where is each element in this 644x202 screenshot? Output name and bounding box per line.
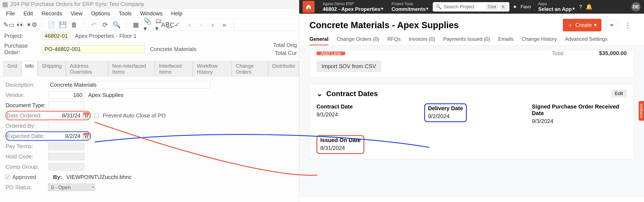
apps-line1: Apps bbox=[538, 2, 572, 6]
attachment-icon[interactable]: 📎▾ bbox=[144, 21, 151, 28]
by-label: By: bbox=[53, 174, 62, 180]
sov-card: Add Line Total: $35,000.00 Import SOV fr… bbox=[310, 50, 634, 77]
tab-address-overrides[interactable]: Address Overrides bbox=[66, 61, 108, 77]
tab-shipping[interactable]: Shipping bbox=[38, 61, 66, 77]
last-icon[interactable]: » bbox=[221, 21, 228, 28]
date-ordered-input[interactable]: 8/31/24 bbox=[46, 112, 82, 119]
email-button[interactable]: ✉ bbox=[606, 20, 618, 30]
tab-change-orders[interactable]: Change Orders (0) bbox=[336, 34, 379, 45]
menu-edit[interactable]: Edit bbox=[24, 10, 33, 17]
erp-selector[interactable]: Agave Demo ERP 46802 - Apex Properties ▾ bbox=[319, 0, 384, 14]
vendor-number-input[interactable]: 160 bbox=[48, 91, 84, 99]
edit-button[interactable]: Edit bbox=[611, 89, 627, 97]
more-menu-icon[interactable]: ⋮ bbox=[622, 21, 634, 29]
page-header: Concrete Materials - Apex Supplies ＋ Cre… bbox=[299, 14, 644, 34]
tab-workflow-history[interactable]: Workflow History bbox=[193, 61, 232, 77]
prevent-auto-close-checkbox[interactable] bbox=[94, 113, 99, 118]
binoculars-icon[interactable]: 👀 bbox=[16, 21, 24, 28]
search-box[interactable]: 🔍 Search Project Cmd K bbox=[433, 2, 510, 12]
undo-icon[interactable]: ↶ bbox=[90, 21, 97, 28]
bell-icon[interactable]: 🔔 bbox=[586, 4, 592, 10]
search-icon[interactable]: 🔍 bbox=[113, 21, 120, 28]
tab-distribution[interactable]: Distributio bbox=[268, 61, 299, 77]
record-tabstrip: General Change Orders (0) RFQs Invoices … bbox=[299, 34, 644, 45]
po-number-input[interactable]: PO-46802-001 bbox=[42, 45, 145, 53]
star-icon[interactable]: ★ bbox=[513, 4, 517, 10]
project-number-input[interactable]: 46802-01 bbox=[42, 32, 70, 40]
ordered-by-input[interactable] bbox=[48, 122, 84, 129]
trash-icon[interactable]: 🗑 bbox=[70, 21, 78, 28]
menu-windows[interactable]: Windows bbox=[140, 10, 162, 17]
calendar-icon[interactable]: 📅 bbox=[83, 112, 90, 119]
issued-date-label: Issued On Date bbox=[320, 137, 360, 144]
create-button[interactable]: ＋ Create ▾ bbox=[563, 19, 602, 31]
help-icon[interactable]: ? bbox=[579, 4, 582, 10]
tab-interfaced[interactable]: Interfaced Items bbox=[155, 61, 192, 77]
spellcheck-icon[interactable]: AB͟C✓ bbox=[167, 21, 174, 28]
approved-by-value: VIEWPOINT\JZucchi.bhnc bbox=[66, 174, 132, 180]
comp-group-input[interactable] bbox=[48, 163, 84, 170]
menu-view[interactable]: View bbox=[71, 10, 83, 17]
favorites-label[interactable]: Favo bbox=[520, 4, 531, 10]
tab-advanced-settings[interactable]: Advanced Settings bbox=[565, 34, 608, 45]
po-status-select[interactable]: 0 - Open bbox=[48, 184, 95, 191]
feedback-tab[interactable]: eedback bbox=[639, 101, 644, 121]
refresh-icon[interactable]: ⟳ bbox=[101, 21, 108, 28]
approved-checkbox[interactable]: ✓ bbox=[6, 175, 10, 179]
app-icon: ▦ bbox=[2, 1, 8, 8]
first-icon[interactable]: « bbox=[186, 21, 193, 28]
menu-records[interactable]: Records bbox=[42, 10, 62, 17]
tab-grid[interactable]: Grid bbox=[4, 61, 21, 77]
tab-non-interfaced[interactable]: Non-Interfaced Items bbox=[108, 61, 155, 77]
menu-help[interactable]: Help bbox=[171, 10, 182, 17]
apps-selector[interactable]: Apps Select an App ▾ bbox=[534, 0, 576, 14]
tab-general[interactable]: General bbox=[310, 34, 328, 45]
tool-line1: Project Tools bbox=[392, 2, 426, 6]
tab-emails[interactable]: Emails bbox=[498, 34, 514, 45]
tab-change-history[interactable]: Change History bbox=[522, 34, 557, 45]
tab-invoices[interactable]: Invoices (0) bbox=[409, 34, 435, 45]
new-record-icon[interactable]: ✎▭ bbox=[5, 21, 12, 28]
menu-file[interactable]: File bbox=[6, 10, 15, 17]
tab-rfqs[interactable]: RFQs bbox=[387, 34, 400, 45]
add-line-button[interactable]: Add Line bbox=[316, 51, 345, 55]
window-title: 204 PM Purchase Orders for ERP Sync Test… bbox=[10, 1, 144, 8]
import-csv-button[interactable]: Import SOV from CSV bbox=[316, 60, 381, 72]
document-type-label: Document Type: bbox=[6, 102, 48, 109]
pay-terms-input[interactable] bbox=[48, 143, 84, 150]
description-label: Description: bbox=[6, 81, 48, 88]
tab-info[interactable]: Info bbox=[21, 61, 38, 77]
description-input[interactable]: Concrete Materials bbox=[48, 81, 210, 88]
project-row: Project: 46802-01 Apex Properties - Floo… bbox=[0, 31, 299, 41]
gear-sparkle-icon[interactable]: ✶⚙ bbox=[28, 21, 35, 28]
home-button[interactable] bbox=[302, 1, 314, 13]
user-avatar[interactable]: DE bbox=[631, 2, 640, 12]
create-label: Create bbox=[575, 22, 592, 28]
toolbar: ✎▭ 👀 ✶⚙ 📄 💾 🗑 ↶ ⟳ 🔍 ▦ 📎▾ 🗂▾ AB͟C✓ « ‹ › … bbox=[0, 19, 299, 31]
document-type-input[interactable] bbox=[48, 102, 84, 109]
menu-tools[interactable]: Tools bbox=[118, 10, 132, 17]
search-icon: 🔍 bbox=[436, 4, 442, 10]
ordered-by-label: Ordered By: bbox=[6, 123, 48, 129]
tab-change-orders[interactable]: Change Orders bbox=[232, 61, 268, 77]
chevron-down-icon[interactable]: ⌄ bbox=[316, 89, 322, 98]
tab-payments-issued[interactable]: Payments Issued (0) bbox=[443, 34, 490, 45]
web-app: Agave Demo ERP 46802 - Apex Properties ▾… bbox=[299, 0, 644, 202]
global-topbar: Agave Demo ERP 46802 - Apex Properties ▾… bbox=[299, 0, 644, 14]
prev-icon[interactable]: ‹ bbox=[198, 21, 205, 28]
menu-options[interactable]: Options bbox=[91, 10, 110, 17]
approved-label: Approved bbox=[12, 174, 36, 180]
expected-date-highlight: Expected Date: 9/2/24 📅 bbox=[6, 131, 91, 141]
calendar-icon[interactable]: 📅 bbox=[83, 133, 90, 139]
delivery-date-label: Delivery Date bbox=[428, 105, 463, 112]
expected-date-input[interactable]: 9/2/24 bbox=[46, 132, 82, 140]
totals-block: Total Orig Total Cur bbox=[273, 42, 297, 58]
tool-selector[interactable]: Project Tools Commitments ▾ bbox=[388, 0, 429, 14]
grid-icon[interactable]: ▦ bbox=[132, 21, 140, 28]
page-icon[interactable]: 📄 bbox=[48, 21, 55, 28]
next-icon[interactable]: › bbox=[209, 21, 216, 28]
total-orig-label: Total Orig bbox=[273, 42, 297, 48]
hold-code-input[interactable] bbox=[48, 153, 84, 160]
kbd-k: K bbox=[500, 5, 506, 9]
save-icon[interactable]: 💾 bbox=[59, 21, 66, 28]
